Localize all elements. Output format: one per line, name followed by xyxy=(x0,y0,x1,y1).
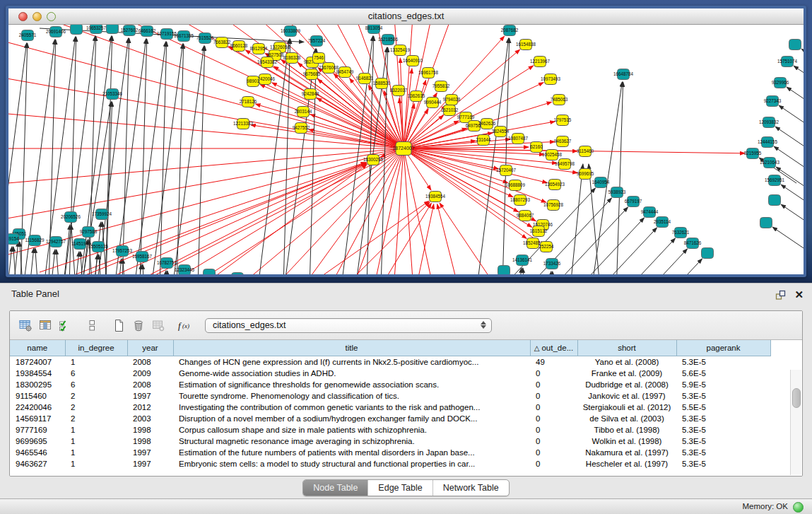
graph-node[interactable]: 1621032 xyxy=(441,105,459,116)
graph-node[interactable]: 10756928 xyxy=(543,200,564,211)
graph-node[interactable]: 6466162 xyxy=(139,26,156,37)
graph-node[interactable] xyxy=(769,195,781,206)
graph-node[interactable]: 17957253 xyxy=(112,246,133,257)
graph-node[interactable]: 1797515 xyxy=(554,115,572,126)
table-row[interactable]: 2242004622012Investigating the contribut… xyxy=(10,402,770,413)
function-builder-icon[interactable]: f (x) xyxy=(177,317,194,334)
graph-node[interactable]: 9227343 xyxy=(764,96,782,107)
graph-node[interactable] xyxy=(789,40,801,50)
graph-node[interactable] xyxy=(71,25,83,35)
graph-node[interactable]: 7485063 xyxy=(551,95,568,105)
table-row[interactable]: 1938455462009Genome-wide association stu… xyxy=(10,368,770,379)
graph-node[interactable]: 9115460 xyxy=(577,146,594,157)
graph-node[interactable]: 21053346 xyxy=(102,89,123,100)
window-titlebar[interactable]: citations_edges.txt xyxy=(8,8,804,25)
graph-node[interactable]: 16640910 xyxy=(403,56,423,66)
graph-node[interactable]: 7955812 xyxy=(433,81,450,92)
graph-node[interactable]: 20206526 xyxy=(61,212,81,223)
graph-node[interactable] xyxy=(232,273,244,275)
graph-node[interactable]: 2718126 xyxy=(240,97,257,107)
new-table-icon[interactable] xyxy=(110,317,127,334)
table-selector-dropdown[interactable]: citations_edges.txt xyxy=(205,318,492,333)
table-scrollbar-thumb[interactable] xyxy=(792,388,801,408)
graph-node[interactable]: 8322037 xyxy=(390,86,408,96)
graph-node[interactable]: 8471626 xyxy=(684,238,702,249)
graph-node[interactable]: 8186328 xyxy=(283,53,301,64)
graph-node[interactable]: 9297588 xyxy=(80,227,98,238)
graph-node[interactable] xyxy=(107,25,119,34)
float-panel-icon[interactable] xyxy=(775,290,786,300)
graph-node[interactable]: 5938923 xyxy=(608,187,626,198)
graph-node[interactable]: 9675685 xyxy=(303,69,321,80)
graph-node[interactable]: 6679197 xyxy=(625,197,642,207)
graph-node[interactable]: 16648784 xyxy=(613,69,634,80)
column-header-title[interactable]: title xyxy=(173,340,530,356)
graph-node[interactable]: 7857224 xyxy=(308,36,326,47)
table-row[interactable]: 946362711997Embryonic stem cells: a mode… xyxy=(10,458,770,469)
graph-node[interactable]: 11156829 xyxy=(25,235,45,246)
clear-selection-icon[interactable] xyxy=(83,317,100,334)
graph-node[interactable]: 12213967 xyxy=(530,57,551,67)
tab-network-table[interactable]: Network Table xyxy=(433,480,509,496)
graph-node[interactable]: 1362615 xyxy=(408,91,425,102)
graph-node[interactable]: 7663822 xyxy=(213,37,231,48)
column-header-out_de[interactable]: △out_de... xyxy=(530,340,577,356)
graph-node[interactable]: 12213383 xyxy=(233,119,254,129)
graph-node[interactable]: 8660128 xyxy=(230,41,248,52)
graph-node[interactable]: 9699695 xyxy=(577,169,594,180)
graph-node[interactable]: 231644 xyxy=(476,135,491,146)
graph-node[interactable]: 10653257 xyxy=(86,25,107,34)
close-panel-icon[interactable]: ✕ xyxy=(794,290,804,300)
select-all-icon[interactable] xyxy=(57,317,73,334)
graph-node[interactable]: 2405571 xyxy=(19,30,37,41)
graph-node[interactable]: 16154838 xyxy=(516,40,536,50)
graph-node[interactable]: 19384554 xyxy=(425,192,446,202)
graph-node[interactable]: 9329966 xyxy=(772,78,789,88)
graph-node[interactable]: 16033809 xyxy=(281,26,301,37)
graph-node[interactable] xyxy=(498,266,510,275)
graph-node[interactable]: 9463627 xyxy=(554,136,572,147)
tab-edge-table[interactable]: Edge Table xyxy=(367,480,432,496)
table-scrollbar[interactable] xyxy=(790,370,801,475)
table-row[interactable]: 1456911722003Disruption of a novel membe… xyxy=(10,413,770,424)
show-columns-icon[interactable] xyxy=(37,317,54,334)
table-row[interactable]: 1872400712008Changes of HCN gene express… xyxy=(10,356,770,368)
graph-node[interactable]: 13654923 xyxy=(545,180,565,190)
graph-node[interactable]: 16961758 xyxy=(418,68,439,78)
graph-node[interactable]: 8813054 xyxy=(365,25,383,34)
graph-node[interactable]: 14136141 xyxy=(512,255,533,266)
graph-node[interactable]: 16210643 xyxy=(760,158,780,168)
graph-node[interactable]: 1145194 xyxy=(71,239,89,250)
graph-node[interactable]: 7546 xyxy=(313,53,325,64)
table-row[interactable]: 977716911998Corpus callosum shape and si… xyxy=(10,424,770,436)
graph-node[interactable]: 15751074 xyxy=(777,57,798,67)
column-header-in_degree[interactable]: in_degree xyxy=(65,340,127,356)
graph-node[interactable]: 2803144 xyxy=(295,107,312,117)
graph-node[interactable]: 12444155 xyxy=(758,137,778,148)
graph-node[interactable]: 10973493 xyxy=(541,74,561,85)
graph-node[interactable]: 1527602 xyxy=(121,25,139,36)
graph-node[interactable]: 2087682 xyxy=(501,25,519,36)
graph-node[interactable]: 8912954 xyxy=(250,44,268,54)
graph-node[interactable]: 7632621 xyxy=(672,228,690,238)
graph-node[interactable]: 8215955 xyxy=(744,148,762,159)
graph-node[interactable]: 15505135 xyxy=(88,242,109,252)
table-row[interactable]: 911546021997Tourette syndrome. Phenomeno… xyxy=(10,390,770,402)
graph-node[interactable]: 16671385 xyxy=(174,31,194,42)
table-settings-icon[interactable] xyxy=(17,317,34,334)
graph-node[interactable]: 9794028 xyxy=(443,95,461,105)
table-row[interactable]: 969969511998Structural magnetic resonanc… xyxy=(10,436,770,447)
column-header-short[interactable]: short xyxy=(577,340,676,356)
table-row[interactable]: 946554611997Estimation of the future num… xyxy=(10,447,770,458)
graph-node[interactable]: 9474444 xyxy=(641,207,659,218)
graph-node[interactable]: 15692951 xyxy=(765,175,785,186)
graph-node[interactable]: 1733426 xyxy=(543,259,561,269)
graph-node[interactable]: 98901 xyxy=(247,76,259,87)
graph-node[interactable]: 10807487 xyxy=(508,134,529,144)
graph-node[interactable]: 16495798 xyxy=(555,159,575,170)
graph-node[interactable]: 9146821 xyxy=(356,74,374,84)
graph-node[interactable] xyxy=(760,218,772,228)
graph-node[interactable] xyxy=(702,248,714,259)
graph-node[interactable]: 18724007 xyxy=(392,142,414,156)
memory-status-indicator[interactable] xyxy=(793,502,804,513)
